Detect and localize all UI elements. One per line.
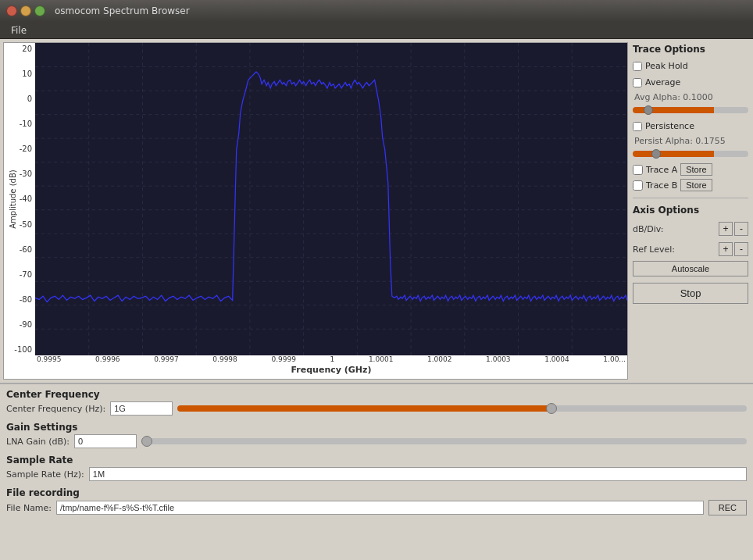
trace-a-store-button[interactable]: Store bbox=[680, 163, 712, 176]
x-label-2: 0.9996 bbox=[95, 355, 120, 363]
trace-a-checkbox[interactable] bbox=[633, 165, 643, 175]
avg-alpha-slider[interactable] bbox=[633, 107, 748, 113]
x-label-8: 1.0002 bbox=[427, 355, 452, 363]
x-label-5: 0.9999 bbox=[271, 355, 296, 363]
persistence-row: Persistence bbox=[633, 121, 748, 131]
file-name-label: File Name: bbox=[6, 503, 52, 513]
db-div-minus-button[interactable]: - bbox=[734, 222, 748, 236]
sample-rate-label: Sample Rate (Hz): bbox=[6, 469, 84, 480]
axis-options-title: Axis Options bbox=[633, 205, 748, 216]
close-button[interactable] bbox=[6, 5, 17, 16]
y-label-n80: -80 bbox=[4, 295, 32, 304]
x-label-1: 0.9995 bbox=[37, 355, 62, 363]
persist-alpha-slider[interactable] bbox=[633, 151, 748, 157]
x-axis-title: Frequency (GHz) bbox=[35, 365, 627, 375]
file-recording-section: File recording File Name: REC bbox=[6, 486, 747, 519]
file-name-input[interactable] bbox=[56, 501, 704, 515]
chart-area: FFT 20 10 0 -10 -20 -30 -40 -50 -60 -70 … bbox=[3, 42, 628, 380]
trace-b-checkbox[interactable] bbox=[633, 180, 643, 191]
center-frequency-input[interactable] bbox=[110, 401, 173, 416]
main-area: FFT 20 10 0 -10 -20 -30 -40 -50 -60 -70 … bbox=[0, 39, 753, 560]
lna-gain-slider[interactable] bbox=[141, 438, 747, 444]
center-frequency-label: Center Frequency (Hz): bbox=[6, 404, 105, 414]
ref-level-plus-button[interactable]: + bbox=[719, 242, 733, 256]
average-row: Average bbox=[633, 77, 748, 87]
lna-gain-input[interactable] bbox=[74, 434, 137, 448]
x-label-7: 1.0001 bbox=[369, 355, 394, 363]
trace-a-label: Trace A bbox=[646, 165, 677, 175]
gain-settings-row: LNA Gain (dB): bbox=[6, 434, 747, 448]
y-label-0: 0 bbox=[4, 95, 32, 103]
spectrum-svg bbox=[35, 43, 627, 355]
lna-gain-label: LNA Gain (dB): bbox=[6, 437, 70, 447]
sample-rate-section: Sample Rate Sample Rate (Hz): bbox=[6, 453, 747, 484]
title-bar: osmocom Spectrum Browser bbox=[0, 0, 753, 22]
right-panel: Trace Options Peak Hold Average Avg Alph… bbox=[628, 39, 753, 383]
sample-rate-input[interactable] bbox=[89, 467, 747, 481]
avg-alpha-label: Avg Alpha: 0.1000 bbox=[634, 92, 748, 102]
average-checkbox[interactable] bbox=[633, 78, 642, 87]
persistence-checkbox[interactable] bbox=[633, 122, 642, 131]
gain-settings-section: Gain Settings LNA Gain (dB): bbox=[6, 420, 747, 451]
peak-hold-row: Peak Hold bbox=[633, 61, 748, 71]
y-label-20: 20 bbox=[4, 45, 32, 53]
x-label-10: 1.0004 bbox=[544, 355, 569, 363]
autoscale-button[interactable]: Autoscale bbox=[633, 261, 748, 276]
maximize-button[interactable] bbox=[34, 5, 45, 16]
menu-bar: File bbox=[0, 22, 753, 39]
trace-b-label: Trace B bbox=[646, 180, 677, 191]
db-div-controls: + - bbox=[719, 222, 748, 236]
trace-options-title: Trace Options bbox=[633, 44, 748, 55]
y-label-n100: -100 bbox=[4, 345, 32, 354]
y-label-n90: -90 bbox=[4, 320, 32, 329]
persistence-label: Persistence bbox=[645, 121, 694, 131]
gain-settings-title: Gain Settings bbox=[6, 422, 747, 433]
y-axis-title: Amplitude (dB) bbox=[9, 169, 17, 228]
y-label-n70: -70 bbox=[4, 270, 32, 279]
window-title: osmocom Spectrum Browser bbox=[55, 5, 190, 16]
rec-button[interactable]: REC bbox=[708, 500, 747, 515]
trace-a-row: Trace A Store bbox=[633, 163, 748, 176]
persist-alpha-label: Persist Alpha: 0.1755 bbox=[634, 136, 748, 146]
x-axis: 0.9995 0.9996 0.9997 0.9998 0.9999 1 1.0… bbox=[35, 355, 627, 377]
minimize-button[interactable] bbox=[20, 5, 31, 16]
ref-level-controls: + - bbox=[719, 242, 748, 256]
peak-hold-checkbox[interactable] bbox=[633, 62, 642, 71]
db-div-plus-button[interactable]: + bbox=[719, 222, 733, 236]
ref-level-label: Ref Level: bbox=[633, 244, 675, 255]
db-div-row: dB/Div: + - bbox=[633, 222, 748, 236]
top-section: FFT 20 10 0 -10 -20 -30 -40 -50 -60 -70 … bbox=[0, 39, 753, 383]
y-label-n60: -60 bbox=[4, 245, 32, 254]
trace-b-row: Trace B Store bbox=[633, 179, 748, 191]
x-label-9: 1.0003 bbox=[486, 355, 511, 363]
trace-b-store-button[interactable]: Store bbox=[680, 179, 712, 191]
center-frequency-section: Center Frequency Center Frequency (Hz): bbox=[6, 387, 747, 419]
x-label-3: 0.9997 bbox=[154, 355, 179, 363]
window-controls[interactable] bbox=[6, 5, 45, 16]
bottom-section: Center Frequency Center Frequency (Hz): … bbox=[0, 383, 753, 560]
ref-level-row: Ref Level: + - bbox=[633, 242, 748, 256]
peak-hold-label: Peak Hold bbox=[645, 61, 688, 71]
x-label-4: 0.9998 bbox=[212, 355, 237, 363]
file-recording-title: File recording bbox=[6, 487, 747, 498]
file-menu[interactable]: File bbox=[5, 23, 33, 37]
ref-level-minus-button[interactable]: - bbox=[734, 242, 748, 256]
x-label-11: 1.00... bbox=[603, 355, 626, 363]
y-label-n20: -20 bbox=[4, 144, 32, 153]
y-label-10: 10 bbox=[4, 70, 32, 78]
file-recording-row: File Name: REC bbox=[6, 500, 747, 515]
stop-button[interactable]: Stop bbox=[633, 283, 748, 304]
db-div-label: dB/Div: bbox=[633, 224, 663, 234]
sample-rate-row: Sample Rate (Hz): bbox=[6, 467, 747, 481]
center-frequency-slider[interactable] bbox=[177, 405, 747, 412]
center-frequency-row: Center Frequency (Hz): bbox=[6, 401, 747, 416]
y-label-n10: -10 bbox=[4, 119, 32, 128]
sample-rate-title: Sample Rate bbox=[6, 455, 747, 465]
average-label: Average bbox=[645, 77, 680, 87]
x-label-6: 1 bbox=[330, 355, 335, 363]
center-frequency-title: Center Frequency bbox=[6, 389, 747, 400]
spectrum-plot bbox=[35, 43, 627, 355]
